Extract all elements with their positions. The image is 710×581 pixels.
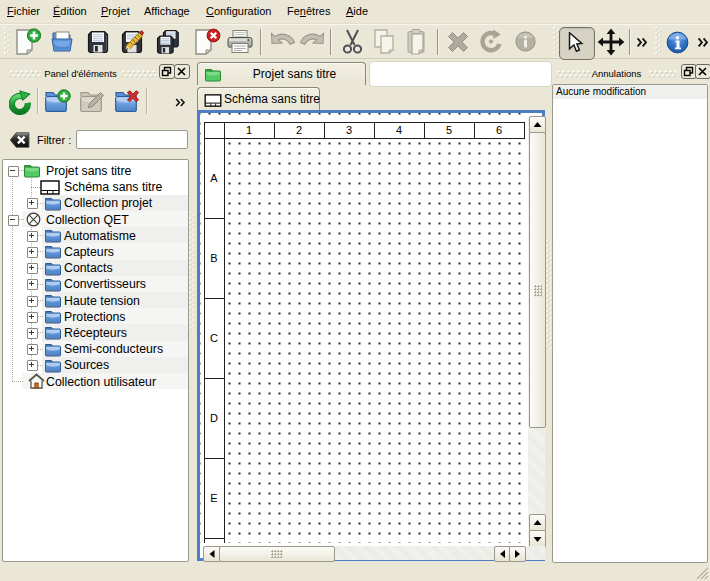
svg-text:6: 6 xyxy=(496,124,502,136)
svg-text:5: 5 xyxy=(446,124,452,136)
svg-text:B: B xyxy=(210,252,217,264)
svg-text:A: A xyxy=(210,172,218,184)
svg-text:4: 4 xyxy=(396,124,402,136)
svg-text:2: 2 xyxy=(296,124,302,136)
svg-text:D: D xyxy=(210,412,218,424)
svg-text:3: 3 xyxy=(346,124,352,136)
svg-text:E: E xyxy=(210,492,217,504)
svg-text:1: 1 xyxy=(246,124,252,136)
svg-text:C: C xyxy=(210,332,218,344)
